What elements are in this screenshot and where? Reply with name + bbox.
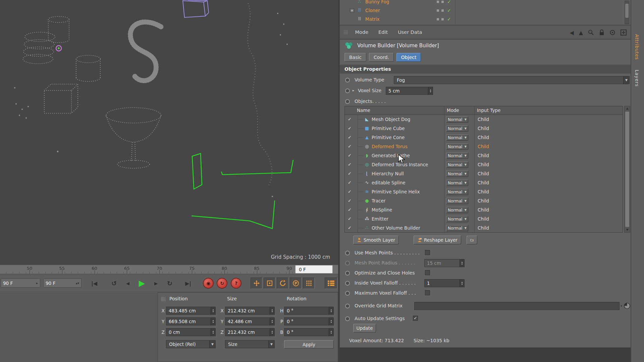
object-row[interactable]: ✓⁂EmitterNormal▼Child — [345, 215, 623, 224]
search-icon[interactable] — [588, 29, 594, 36]
table-scrollbar[interactable]: ▲ ▼ — [624, 106, 630, 233]
row-enabled-check[interactable]: ✓ — [348, 189, 352, 194]
mesh-point-radius-field[interactable]: 15 cm▴▾ — [424, 259, 465, 267]
apply-button[interactable]: Apply — [284, 340, 334, 349]
mode-dropdown[interactable]: Normal▼ — [446, 162, 468, 168]
autokey-button[interactable]: ↻ — [217, 278, 227, 289]
object-row[interactable]: ✓◎Deformed TorusNormal▼Child — [345, 142, 623, 151]
enabled-check-icon[interactable]: ✓ — [447, 0, 451, 4]
object-row[interactable]: ✓■Primitive CubeNormal▼Child — [345, 124, 623, 133]
key-position-toggle[interactable] — [251, 278, 262, 289]
range-end-stepper-field[interactable]: 90 F ▴▾ — [43, 279, 82, 288]
voxel-size-field[interactable]: 5 cm ▴▾ — [386, 87, 433, 95]
object-row[interactable]: ✓◣Mesh Object DogNormal▼Child — [345, 115, 623, 124]
stepper-icon[interactable]: ▴▾ — [270, 328, 274, 336]
mode-dropdown[interactable]: Normal▼ — [446, 189, 468, 195]
step-forward-button[interactable]: ▶ — [150, 278, 162, 288]
coord-mode-dropdown[interactable]: Object (Rel) ▼ — [166, 340, 216, 348]
scrollbar-thumb[interactable] — [625, 112, 629, 227]
volume-type-dropdown[interactable]: Fog ▼ — [394, 76, 630, 84]
layer-folder-button[interactable] — [467, 236, 477, 244]
object-name[interactable]: Deformed Torus Instance — [372, 162, 428, 167]
smooth-layer-button[interactable]: Smooth Layer — [353, 236, 399, 244]
object-name[interactable]: Generated Lathe — [372, 153, 410, 158]
optimize-and-close-holes-checkbox[interactable] — [425, 270, 430, 275]
row-enabled-check[interactable]: ✓ — [348, 198, 352, 203]
object-manager-item[interactable]: ∴Bunny Fog✓ — [340, 0, 631, 6]
stepper-icon[interactable]: ▴▾ — [329, 328, 333, 336]
row-enabled-check[interactable]: ✓ — [348, 216, 352, 221]
row-enabled-check[interactable]: ✓ — [348, 162, 352, 167]
object-row[interactable]: ✓◗Generated LatheNormal▼Child — [345, 151, 623, 160]
record-keyframe-button[interactable]: ◉ — [203, 278, 214, 289]
keying-settings-button[interactable]: ? — [231, 278, 241, 289]
stepper-icon[interactable]: ▴▾ — [460, 280, 464, 287]
target-icon[interactable] — [609, 29, 615, 36]
mode-dropdown[interactable]: Normal▼ — [446, 207, 468, 213]
reshape-layer-button[interactable]: Reshape Layer — [414, 236, 461, 244]
history-back-icon[interactable]: ◀ — [570, 29, 574, 36]
tab-basic[interactable]: Basic — [344, 53, 366, 62]
object-row[interactable]: ✓●TracerNormal▼Child — [345, 196, 623, 205]
row-enabled-check[interactable]: ✓ — [348, 117, 352, 122]
object-row[interactable]: ✓⌊Hierarchy NullNormal▼Child — [345, 169, 623, 178]
stepper-icon[interactable]: ▴▾ — [270, 318, 274, 325]
object-row[interactable]: ✓◎Deformed Torus InstanceNormal▼Child — [345, 160, 623, 169]
rotation-value-field[interactable]: 0 °▴▾ — [284, 317, 334, 325]
enabled-check-icon[interactable]: ✓ — [447, 8, 451, 13]
input-column-header[interactable]: Input Type — [477, 108, 500, 113]
play-reverse-button[interactable]: ↺ — [108, 278, 120, 288]
loop-button[interactable]: ↻ — [164, 278, 176, 288]
current-frame-field[interactable]: 0 F — [295, 265, 333, 274]
rotation-value-field[interactable]: 0 °▴▾ — [284, 307, 334, 315]
object-row[interactable]: ✓▲Primitive ConeNormal▼Child — [345, 133, 623, 142]
object-name[interactable]: Cloner — [365, 8, 380, 13]
override-grid-matrix-field[interactable] — [414, 302, 620, 310]
object-name[interactable]: Matrix — [365, 16, 380, 22]
row-enabled-check[interactable]: ✓ — [348, 171, 352, 176]
step-back-button[interactable]: ◀ — [122, 278, 133, 288]
panel-grip-icon[interactable]: ⣿⣿ — [343, 30, 348, 35]
object-row[interactable]: ✓∮MoSplineNormal▼Child — [345, 205, 623, 215]
stepper-icon[interactable]: ▴▾ — [460, 259, 464, 267]
mode-dropdown[interactable]: Normal▼ — [446, 153, 468, 159]
lock-icon[interactable] — [599, 29, 604, 36]
visibility-toggle[interactable] — [436, 0, 439, 3]
section-header[interactable]: Object Properties — [340, 64, 631, 73]
use-mesh-points-checkbox[interactable] — [425, 250, 430, 255]
scroll-up-icon[interactable]: ▲ — [625, 106, 630, 111]
size-mode-dropdown[interactable]: Size ▼ — [225, 340, 275, 348]
field-arrow-icon[interactable]: ▸ — [36, 281, 38, 285]
inside-voxel-falloff-field[interactable]: 1▴▾ — [424, 279, 465, 287]
mode-dropdown[interactable]: Normal▼ — [446, 116, 468, 123]
enabled-check-icon[interactable]: ✓ — [447, 16, 451, 22]
stepper-icon[interactable]: ▴▾ — [270, 307, 274, 314]
menu-user-data[interactable]: User Data — [398, 29, 422, 35]
visibility-toggle[interactable] — [441, 18, 444, 21]
mode-column-header[interactable]: Mode — [447, 108, 459, 113]
row-enabled-check[interactable]: ✓ — [348, 207, 352, 212]
animation-dot[interactable] — [345, 99, 350, 104]
new-panel-plus-icon[interactable] — [621, 29, 627, 36]
name-column-header[interactable]: Name — [357, 108, 370, 113]
mode-dropdown[interactable]: Normal▼ — [446, 125, 468, 132]
animation-dot[interactable] — [345, 291, 350, 296]
object-name[interactable]: editable Spline — [372, 180, 406, 185]
panel-grip-icon[interactable]: ⣿⣿ — [161, 297, 165, 301]
parent-up-icon[interactable]: ▲ — [579, 29, 583, 36]
object-name[interactable]: Hierarchy Null — [372, 171, 404, 176]
object-manager-item[interactable]: ⠿Matrix✓ — [340, 15, 631, 23]
object-row[interactable]: ✓∿editable SplineNormal▼Child — [345, 178, 623, 187]
animation-dot[interactable] — [345, 281, 350, 286]
row-enabled-check[interactable]: ✓ — [348, 225, 352, 230]
size-value-field[interactable]: 42.486 cm▴▾ — [225, 317, 275, 325]
tab-coord[interactable]: Coord. — [369, 53, 394, 62]
update-button[interactable]: Update — [353, 324, 376, 333]
expander-icon[interactable]: ▸ — [353, 88, 354, 92]
position-value-field[interactable]: 483.485 cm▴▾ — [166, 307, 216, 315]
goto-start-button[interactable]: |◀ — [88, 278, 101, 288]
animation-dot[interactable] — [345, 88, 350, 93]
object-name[interactable]: Primitive Cone — [372, 135, 405, 140]
mode-dropdown[interactable]: Normal▼ — [446, 134, 468, 141]
scroll-down-icon[interactable]: ▼ — [625, 228, 630, 232]
